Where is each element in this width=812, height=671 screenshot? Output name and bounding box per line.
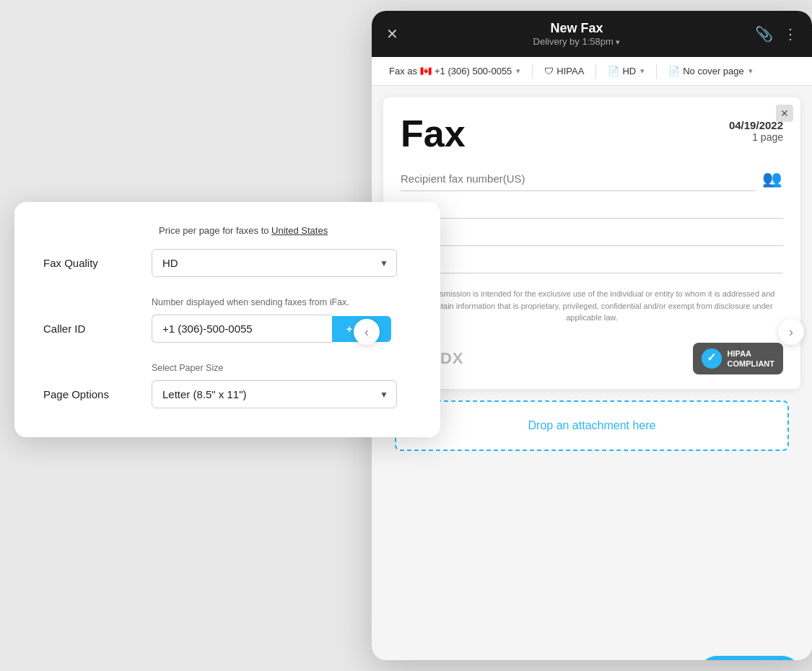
right-arrow-icon: › <box>789 325 793 340</box>
fax-as-label: Fax as <box>389 66 417 76</box>
to-input[interactable] <box>401 194 783 219</box>
fax-heading: Fax <box>401 115 466 152</box>
from-field <box>401 222 783 246</box>
caller-id-input[interactable] <box>152 315 332 343</box>
attachment-icon[interactable]: 📎 <box>755 25 773 43</box>
fax-date-block: 04/19/2022 1 page <box>729 119 783 143</box>
subject-field <box>401 249 783 273</box>
page-options-select-wrapper: Letter (8.5" x 11") Legal (8.5" x 14") A… <box>152 380 397 408</box>
page-options-row: Page Options Letter (8.5" x 11") Legal (… <box>43 380 411 408</box>
header-icons: 📎 ⋮ <box>755 25 798 43</box>
fax-title: New Fax <box>398 21 755 36</box>
fax-page-count: 1 page <box>729 131 783 143</box>
hd-selector[interactable]: 📄 HD ▾ <box>602 63 650 79</box>
fax-card-header: Fax 04/19/2022 1 page <box>401 115 783 152</box>
recipient-fax-input[interactable] <box>401 167 756 191</box>
hipaa-label: HIPAA <box>556 66 584 76</box>
fax-quality-select[interactable]: HD Standard <box>152 249 397 277</box>
page-options-label: Page Options <box>43 388 152 400</box>
delivery-chevron-icon: ▾ <box>616 38 620 46</box>
page-options-control: Letter (8.5" x 11") Legal (8.5" x 14") A… <box>152 380 411 408</box>
shield-icon: 🛡 <box>544 66 554 76</box>
fax-branding: NDX ✓ HIPAA COMPLIANT <box>401 336 783 375</box>
hd-chevron-icon: ▾ <box>640 66 645 76</box>
fax-quality-row: Fax Quality HD Standard ▼ <box>43 249 411 277</box>
hd-label: HD <box>622 66 636 76</box>
canada-flag-icon: 🇨🇦 <box>420 66 432 76</box>
cover-page-label: No cover page <box>683 66 744 76</box>
fax-quality-label: Fax Quality <box>43 257 152 269</box>
send-btn-row: SEND ▶ <box>372 649 812 660</box>
toolbar-separator-2 <box>595 64 596 79</box>
price-link[interactable]: United States <box>271 225 328 236</box>
hipaa-compliant-badge: ✓ HIPAA COMPLIANT <box>693 343 783 375</box>
caller-id-description: Number displayed when sending faxes from… <box>152 297 411 307</box>
fax-card-close-button[interactable]: ✕ <box>776 105 793 122</box>
send-button[interactable]: SEND ▶ <box>699 656 800 660</box>
close-icon[interactable]: ✕ <box>386 27 398 41</box>
contacts-icon[interactable]: 👥 <box>760 167 783 190</box>
settings-panel: Price per page for faxes to United State… <box>14 202 440 437</box>
fax-legal-text: This transmission is intended for the ex… <box>401 288 783 324</box>
prev-nav-arrow[interactable]: ‹ <box>354 319 380 345</box>
toolbar-separator-1 <box>532 64 533 79</box>
caller-id-label: Caller ID <box>43 323 152 335</box>
to-field <box>401 194 783 219</box>
cover-page-icon: 📄 <box>668 66 680 76</box>
more-options-icon[interactable]: ⋮ <box>783 25 798 43</box>
drop-attachment-zone[interactable]: Drop an attachment here <box>395 400 789 451</box>
fax-phone-number: +1 (306) 500-0055 <box>435 66 512 76</box>
left-arrow-icon: ‹ <box>364 325 369 340</box>
hipaa-badge-text: HIPAA COMPLIANT <box>728 348 774 369</box>
page-options-select[interactable]: Letter (8.5" x 11") Legal (8.5" x 14") A… <box>152 380 397 408</box>
price-note: Price per page for faxes to United State… <box>159 225 411 236</box>
cover-chevron-icon: ▾ <box>748 66 753 76</box>
fax-as-selector[interactable]: Fax as 🇨🇦 +1 (306) 500-0055 ▾ <box>383 63 526 79</box>
recipient-row: 👥 <box>401 167 783 191</box>
cover-page-selector[interactable]: 📄 No cover page ▾ <box>663 63 759 79</box>
fax-card: ✕ Fax 04/19/2022 1 page 👥 <box>383 97 800 389</box>
fax-quality-select-wrapper: HD Standard ▼ <box>152 249 397 277</box>
drop-attachment-text: Drop an attachment here <box>528 419 656 431</box>
next-nav-arrow[interactable]: › <box>778 319 804 345</box>
fax-date: 04/19/2022 <box>729 119 783 131</box>
toolbar-separator-3 <box>656 64 657 79</box>
page-options-description: Select Paper Size <box>152 363 411 373</box>
fax-toolbar: Fax as 🇨🇦 +1 (306) 500-0055 ▾ 🛡 HIPAA 📄 … <box>372 57 812 86</box>
subject-input[interactable] <box>401 249 783 273</box>
from-input[interactable] <box>401 222 783 246</box>
fax-as-chevron-icon: ▾ <box>516 66 520 76</box>
fax-header: ✕ New Fax Delivery by 1:58pm ▾ 📎 ⋮ <box>372 11 812 57</box>
title-block: New Fax Delivery by 1:58pm ▾ <box>398 21 755 47</box>
fax-quality-control: HD Standard ▼ <box>152 249 411 277</box>
delivery-label: Delivery by 1:58pm ▾ <box>398 36 755 47</box>
hipaa-check-icon: ✓ <box>702 348 722 369</box>
page-icon: 📄 <box>608 66 619 76</box>
hipaa-selector[interactable]: 🛡 HIPAA <box>538 63 590 79</box>
